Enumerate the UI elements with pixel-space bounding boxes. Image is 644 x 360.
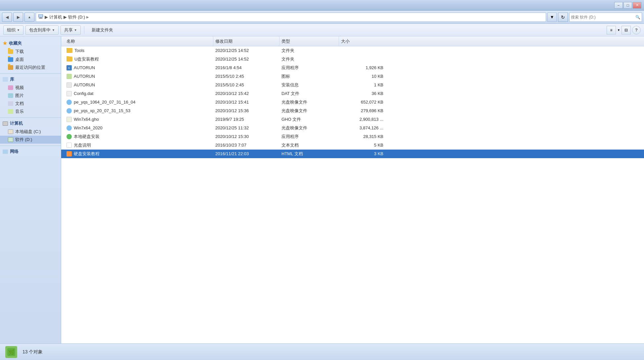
new-folder-button[interactable]: 新建文件夹 [88,25,117,35]
preview-pane-button[interactable]: ⊟ [622,26,631,34]
status-count: 13 个对象 [22,349,43,355]
library-header[interactable]: 库 [0,75,61,84]
path-computer[interactable]: 计算机 [49,14,62,20]
file-modified-cell: 2016/1/8 4:54 [213,65,279,70]
share-arrow: ▼ [74,28,77,32]
sidebar: ★ 收藏夹 下载 桌面 最近访问的位置 库 [0,36,61,343]
table-row[interactable]: Win7x64_2020 2020/12/25 11:32 光盘映像文件 3,8… [61,124,644,132]
up-button[interactable]: ▲ [24,13,34,22]
table-row[interactable]: 硬盘安装教程 2016/11/21 22:03 HTML 文档 3 KB [61,150,644,158]
file-size-cell: 10 KB [339,74,385,79]
star-icon: ★ [3,40,7,46]
view-options-button[interactable]: ≡ [607,26,616,34]
include-library-button[interactable]: 包含到库中 ▼ [25,25,59,35]
txt-icon [66,143,72,148]
sidebar-item-video[interactable]: 视频 [0,84,61,92]
table-row[interactable]: U盘安装教程 2020/12/25 14:52 文件夹 [61,55,644,64]
toolbar-separator [84,26,84,34]
address-path[interactable]: ▶ 计算机 ▶ 软件 (D:) ▶ [36,13,546,22]
file-type-cell: GHO 文件 [279,116,339,122]
col-size[interactable]: 大小 [339,36,385,46]
favorites-header[interactable]: ★ 收藏夹 [0,39,61,48]
file-size-cell: 1,926 KB [339,65,385,70]
sidebar-item-drive-d[interactable]: 软件 (D:) [0,136,61,144]
path-drive[interactable]: 软件 (D:) [68,14,85,20]
file-modified-cell: 2020/12/25 14:52 [213,57,279,62]
sidebar-item-downloads[interactable]: 下载 [0,48,61,56]
toolbar-right: ≡ ▼ ⊟ ? [607,26,641,34]
table-row[interactable]: Config.dat 2020/10/12 15:42 DAT 文件 36 KB [61,89,644,98]
svg-text:🌿: 🌿 [8,349,15,355]
file-size-cell: 279,696 KB [339,108,385,113]
sidebar-item-drive-c[interactable]: 本地磁盘 (C:) [0,128,61,136]
help-button[interactable]: ? [632,26,641,34]
path-dropdown-arrow[interactable]: ▶ [86,15,89,19]
sidebar-item-images[interactable]: 图片 [0,92,61,100]
file-list[interactable]: Tools 2020/12/25 14:52 文件夹 U盘安装教程 2020/1… [61,46,644,343]
table-row[interactable]: AUTORUN 2015/5/10 2:45 图标 10 KB [61,72,644,81]
address-dropdown[interactable]: ▼ [547,13,557,22]
minimize-button[interactable]: − [614,2,623,9]
back-button[interactable]: ◀ [2,13,12,22]
file-type-cell: 文本文档 [279,142,339,148]
network-icon [3,150,8,154]
file-size-cell: 652,072 KB [339,100,385,105]
table-row[interactable]: Tools 2020/12/25 14:52 文件夹 [61,46,644,55]
file-name-cell: AUTORUN [64,74,213,79]
file-type-cell: 光盘映像文件 [279,99,339,105]
network-section: 网络 [0,147,61,156]
sidebar-item-recent[interactable]: 最近访问的位置 [0,64,61,71]
table-row[interactable]: E AUTORUN 2016/1/8 4:54 应用程序 1,926 KB [61,64,644,72]
col-modified[interactable]: 修改日期 [213,36,279,46]
organize-button[interactable]: 组织 ▼ [3,25,23,35]
forward-button[interactable]: ▶ [13,13,23,22]
html-icon [66,151,72,157]
folder-icon [8,65,13,70]
file-type-cell: 安装信息 [279,82,339,88]
computer-icon [3,121,8,126]
image-icon [8,93,13,98]
table-row[interactable]: pe_yqs_1064_20_07_31_16_04 2020/10/12 15… [61,98,644,107]
file-type-cell: DAT 文件 [279,91,339,97]
file-type-cell: 光盘映像文件 [279,108,339,114]
network-header[interactable]: 网络 [0,147,61,156]
folder-icon [66,57,72,62]
file-area: 名称 修改日期 类型 大小 Tools 2020/12/25 14:52 文件夹… [61,36,644,343]
file-name-cell: E AUTORUN [64,65,213,70]
close-button[interactable]: ✕ [633,2,641,9]
file-modified-cell: 2020/12/25 11:32 [213,125,279,130]
file-modified-cell: 2020/10/12 15:42 [213,91,279,96]
view-dropdown-arrow[interactable]: ▼ [617,28,620,32]
refresh-button[interactable]: ↻ [558,13,568,22]
file-modified-cell: 2016/10/23 7:07 [213,143,279,148]
include-arrow: ▼ [52,28,55,32]
doc-icon [8,101,13,106]
col-type[interactable]: 类型 [279,36,339,46]
file-name-cell: pe_yqs_xp_20_07_31_15_53 [64,108,213,113]
search-box[interactable]: 🔍 [569,13,642,22]
table-row[interactable]: AUTORUN 2015/5/10 2:45 安装信息 1 KB [61,81,644,89]
maximize-button[interactable]: □ [623,2,632,9]
file-name-cell: pe_yqs_1064_20_07_31_16_04 [64,100,213,105]
file-size-cell: 3 KB [339,151,385,156]
table-row[interactable]: pe_yqs_xp_20_07_31_15_53 2020/10/12 15:3… [61,107,644,115]
table-row[interactable]: Win7x64.gho 2019/9/7 19:25 GHO 文件 2,900,… [61,115,644,124]
table-row[interactable]: 光盘说明 2016/10/23 7:07 文本文档 5 KB [61,141,644,150]
file-type-cell: HTML 文档 [279,151,339,157]
sidebar-item-music[interactable]: 音乐 [0,108,61,115]
computer-header[interactable]: 计算机 [0,119,61,128]
path-separator-1: ▶ [45,15,48,20]
library-icon [3,77,8,82]
sidebar-item-docs[interactable]: 文档 [0,100,61,108]
search-icon[interactable]: 🔍 [635,15,640,20]
share-button[interactable]: 共享 ▼ [61,25,81,35]
file-type-cell: 文件夹 [279,56,339,62]
file-size-cell: 1 KB [339,82,385,87]
computer-section: 计算机 本地磁盘 (C:) 软件 (D:) [0,119,61,144]
file-name-cell: 光盘说明 [64,142,213,148]
sidebar-item-desktop[interactable]: 桌面 [0,56,61,64]
col-name[interactable]: 名称 [64,36,213,46]
folder-icon [66,48,72,53]
search-input[interactable] [571,15,635,20]
table-row[interactable]: 本地硬盘安装 2020/10/12 15:30 应用程序 28,315 KB [61,132,644,141]
